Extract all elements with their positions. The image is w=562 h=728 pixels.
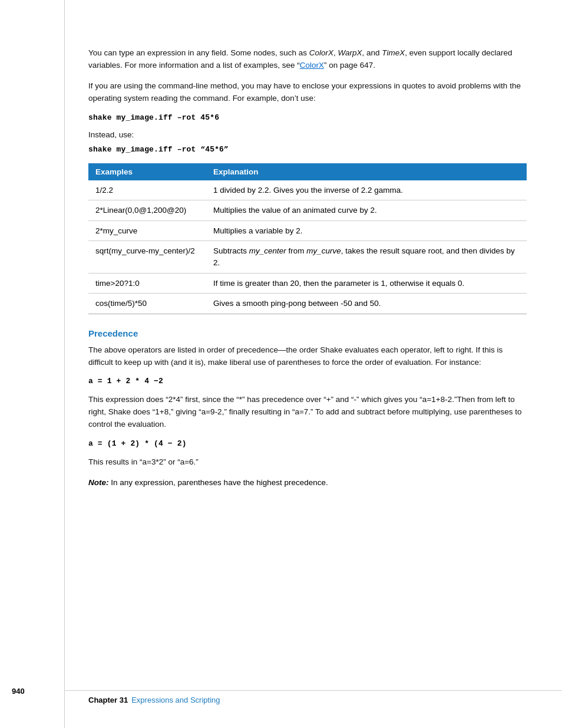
content-area: You can type an expression in any field.… [65, 0, 562, 728]
my-center-italic: my_center [249, 246, 286, 255]
precedence-code-2: a = (1 + 2) * (4 − 2) [88, 439, 527, 448]
explanation-cell: 1 divided by 2.2. Gives you the inverse … [206, 180, 527, 200]
intro-text-3: , and [362, 48, 382, 57]
example-cell: time>20?1:0 [88, 273, 206, 294]
page-container: 940 You can type an expression in any fi… [0, 0, 562, 728]
code-block-1: shake my_image.iff –rot 45*6 [88, 113, 527, 122]
example-cell: 1/2.2 [88, 180, 206, 200]
table-row: 1/2.2 1 divided by 2.2. Gives you the in… [88, 180, 527, 200]
precedence-heading: Precedence [88, 328, 527, 338]
col-examples-header: Examples [88, 163, 206, 180]
colorx-link[interactable]: ColorX [300, 61, 324, 70]
precedence-paragraph-2: This expression does “2*4” first, since … [88, 394, 527, 431]
note-content: In any expression, parentheses have the … [109, 478, 328, 487]
footer: Chapter 31 Expressions and Scripting [65, 690, 562, 704]
instead-label: Instead, use: [88, 130, 527, 139]
note-label: Note: [88, 478, 109, 487]
table-row: sqrt(my_curve-my_center)/2 Subtracts my_… [88, 241, 527, 273]
table-row: 2*Linear(0,0@1,200@20) Multiplies the va… [88, 200, 527, 221]
explanation-cell: Gives a smooth ping-pong between -50 and… [206, 294, 527, 314]
intro-text-5: ” on page 647. [324, 61, 375, 70]
col-explanation-header: Explanation [206, 163, 527, 180]
my-curve-italic: my_curve [306, 246, 341, 255]
table-header-row: Examples Explanation [88, 163, 527, 180]
footer-chapter-title[interactable]: Expressions and Scripting [131, 696, 220, 704]
intro-text-2: , [333, 48, 338, 57]
left-margin: 940 [0, 0, 65, 728]
colorx-italic: ColorX [309, 48, 333, 57]
explanation-cell: If time is greater than 20, then the par… [206, 273, 527, 294]
explanation-cell: Multiplies a variable by 2. [206, 220, 527, 241]
example-cell: 2*my_curve [88, 220, 206, 241]
page-number: 940 [12, 687, 25, 696]
explanation-cell: Multiplies the value of an animated curv… [206, 200, 527, 221]
table-row: 2*my_curve Multiplies a variable by 2. [88, 220, 527, 241]
example-cell: cos(time/5)*50 [88, 294, 206, 314]
example-cell: 2*Linear(0,0@1,200@20) [88, 200, 206, 221]
example-cell: sqrt(my_curve-my_center)/2 [88, 241, 206, 273]
intro-paragraph-1: You can type an expression in any field.… [88, 47, 527, 72]
precedence-code-1: a = 1 + 2 * 4 −2 [88, 377, 527, 386]
intro-text-1: You can type an expression in any field.… [88, 48, 309, 57]
timex-italic: TimeX [382, 48, 405, 57]
intro-paragraph-2: If you are using the command-line method… [88, 80, 527, 105]
table-row: time>20?1:0 If time is greater than 20, … [88, 273, 527, 294]
explanation-cell: Subtracts my_center from my_curve, takes… [206, 241, 527, 273]
examples-table: Examples Explanation 1/2.2 1 divided by … [88, 163, 527, 314]
warpx-italic: WarpX [338, 48, 362, 57]
intro-p2-text: If you are using the command-line method… [88, 81, 521, 103]
note-paragraph: Note: In any expression, parentheses hav… [88, 477, 527, 489]
table-row: cos(time/5)*50 Gives a smooth ping-pong … [88, 294, 527, 314]
precedence-paragraph-1: The above operators are listed in order … [88, 344, 527, 369]
footer-chapter: Chapter 31 [88, 696, 128, 704]
code-block-2: shake my_image.iff –rot “45*6” [88, 145, 527, 154]
precedence-paragraph-3: This results in “a=3*2” or “a=6.” [88, 456, 527, 469]
